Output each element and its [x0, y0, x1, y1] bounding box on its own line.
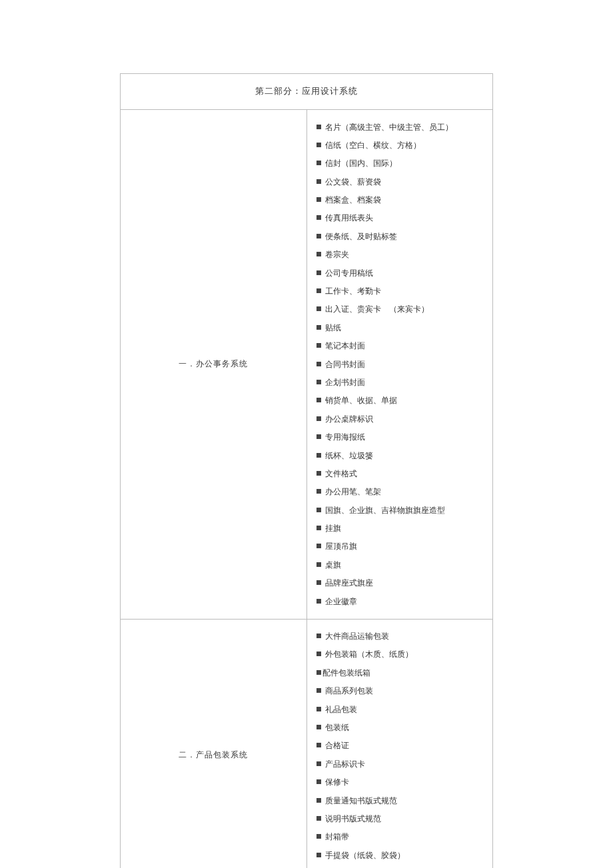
- item-text: 卷宗夹: [325, 250, 349, 259]
- square-bullet-icon: [316, 725, 321, 729]
- list-item: 专用海报纸: [316, 428, 486, 446]
- item-text: 档案盒、档案袋: [325, 195, 381, 205]
- square-bullet-icon: [316, 325, 321, 330]
- square-bullet-icon: [316, 853, 321, 857]
- item-text: 纸杯、垃圾篓: [325, 451, 373, 460]
- list-item: 公司专用稿纸: [316, 264, 486, 282]
- document-page: 第二部分：应用设计系统 一．办公事务系统 名片（高级主管、中级主管、员工）信纸（…: [0, 0, 613, 868]
- list-item: 封箱带: [316, 828, 486, 846]
- list-item: 外包装箱（木质、纸质）: [316, 646, 486, 663]
- item-text: 办公用笔、笔架: [325, 487, 381, 496]
- item-text: 配件包装纸箱: [322, 668, 370, 677]
- list-item: 保修卡: [316, 773, 486, 791]
- square-bullet-icon: [316, 143, 321, 147]
- item-text: 工作卡、考勤卡: [325, 286, 381, 296]
- item-text: 公文袋、薪资袋: [325, 177, 381, 187]
- list-item: 手提袋（纸袋、胶袋）: [316, 846, 486, 864]
- square-bullet-icon: [316, 288, 321, 293]
- item-text: 合同书封面: [325, 360, 365, 369]
- item-text: 屋顶吊旗: [325, 542, 357, 551]
- list-item: 配件包装纸箱: [316, 663, 486, 681]
- list-item: 企业徽章: [316, 592, 486, 610]
- item-text: 信封（国内、国际）: [325, 159, 397, 168]
- square-bullet-icon: [316, 761, 321, 766]
- square-bullet-icon: [316, 834, 321, 839]
- list-item: 办公用笔、笔架: [316, 483, 486, 501]
- square-bullet-icon: [316, 215, 321, 220]
- item-text: 外包装箱（木质、纸质）: [325, 650, 413, 659]
- square-bullet-icon: [316, 798, 321, 803]
- square-bullet-icon: [316, 252, 321, 256]
- list-item: 工作卡、考勤卡: [316, 282, 486, 300]
- list-item: 桌旗: [316, 556, 486, 574]
- square-bullet-icon: [316, 651, 321, 656]
- item-text: 文件格式: [325, 469, 357, 478]
- list-item: 销货单、收据、单据: [316, 392, 486, 410]
- list-item: 大件商品运输包装: [316, 628, 486, 646]
- list-item: 信纸（空白、横纹、方格）: [316, 136, 486, 154]
- list-item: 纸杯、垃圾篓: [316, 446, 486, 464]
- square-bullet-icon: [316, 471, 321, 476]
- list-item: 品牌座式旗座: [316, 574, 486, 592]
- list-item: 贴纸: [316, 318, 486, 336]
- list-item: 商品系列包装: [316, 682, 486, 700]
- item-text: 信纸（空白、横纹、方格）: [325, 141, 421, 150]
- square-bullet-icon: [316, 599, 321, 604]
- square-bullet-icon: [316, 670, 321, 675]
- section-items-packaging: 大件商品运输包装外包装箱（木质、纸质）配件包装纸箱商品系列包装礼品包装包装纸合格…: [306, 619, 493, 868]
- item-text: 出入证、贵宾卡 （来宾卡）: [325, 304, 429, 314]
- item-text: 桌旗: [325, 560, 341, 570]
- header-row: 第二部分：应用设计系统: [121, 74, 493, 110]
- item-text: 礼品包装: [325, 705, 357, 714]
- square-bullet-icon: [316, 161, 321, 165]
- square-bullet-icon: [316, 779, 321, 784]
- list-item: 企划书封面: [316, 373, 486, 391]
- item-text: 保修卡: [325, 777, 349, 787]
- list-item: 国旗、企业旗、吉祥物旗旗座造型: [316, 501, 486, 519]
- list-item: 屋顶吊旗: [316, 538, 486, 556]
- list-item: 信封（国内、国际）: [316, 155, 486, 173]
- square-bullet-icon: [316, 270, 321, 275]
- list-item: 便条纸、及时贴标签: [316, 227, 486, 245]
- item-text: 笔记本封面: [325, 341, 365, 350]
- item-text: 质量通知书版式规范: [325, 796, 397, 805]
- square-bullet-icon: [316, 707, 321, 711]
- square-bullet-icon: [316, 416, 321, 421]
- item-text: 品牌座式旗座: [325, 578, 373, 588]
- item-text: 贴纸: [325, 323, 341, 332]
- square-bullet-icon: [316, 562, 321, 567]
- square-bullet-icon: [316, 489, 321, 494]
- square-bullet-icon: [316, 526, 321, 530]
- list-item: 公文袋、薪资袋: [316, 173, 486, 191]
- item-text: 包装纸: [325, 723, 349, 732]
- list-item: 档案盒、档案袋: [316, 191, 486, 209]
- item-text: 大件商品运输包装: [325, 632, 389, 641]
- item-text: 公司专用稿纸: [325, 268, 373, 278]
- square-bullet-icon: [316, 197, 321, 202]
- square-bullet-icon: [316, 434, 321, 439]
- item-text: 说明书版式规范: [325, 814, 381, 823]
- list-item: 卷宗夹: [316, 246, 486, 264]
- square-bullet-icon: [316, 380, 321, 384]
- square-bullet-icon: [316, 580, 321, 585]
- item-text: 传真用纸表头: [325, 213, 373, 222]
- square-bullet-icon: [316, 234, 321, 238]
- list-item: 合格证: [316, 737, 486, 755]
- square-bullet-icon: [316, 816, 321, 821]
- list-item: 包装纸: [316, 719, 486, 737]
- item-text: 企业徽章: [325, 597, 357, 606]
- list-item: 办公桌牌标识: [316, 410, 486, 428]
- item-text: 国旗、企业旗、吉祥物旗旗座造型: [325, 506, 445, 515]
- list-item: 合同书封面: [316, 355, 486, 373]
- table-header: 第二部分：应用设计系统: [121, 74, 493, 110]
- item-text: 企划书封面: [325, 378, 365, 387]
- design-system-table: 第二部分：应用设计系统 一．办公事务系统 名片（高级主管、中级主管、员工）信纸（…: [120, 73, 493, 868]
- square-bullet-icon: [316, 544, 321, 548]
- list-item: 产品吊牌: [316, 865, 486, 868]
- list-item: 产品标识卡: [316, 755, 486, 773]
- list-item: 出入证、贵宾卡 （来宾卡）: [316, 300, 486, 318]
- list-item: 传真用纸表头: [316, 209, 486, 227]
- square-bullet-icon: [316, 398, 321, 402]
- list-item: 质量通知书版式规范: [316, 791, 486, 809]
- section-row-packaging: 二．产品包装系统 大件商品运输包装外包装箱（木质、纸质）配件包装纸箱商品系列包装…: [121, 619, 493, 868]
